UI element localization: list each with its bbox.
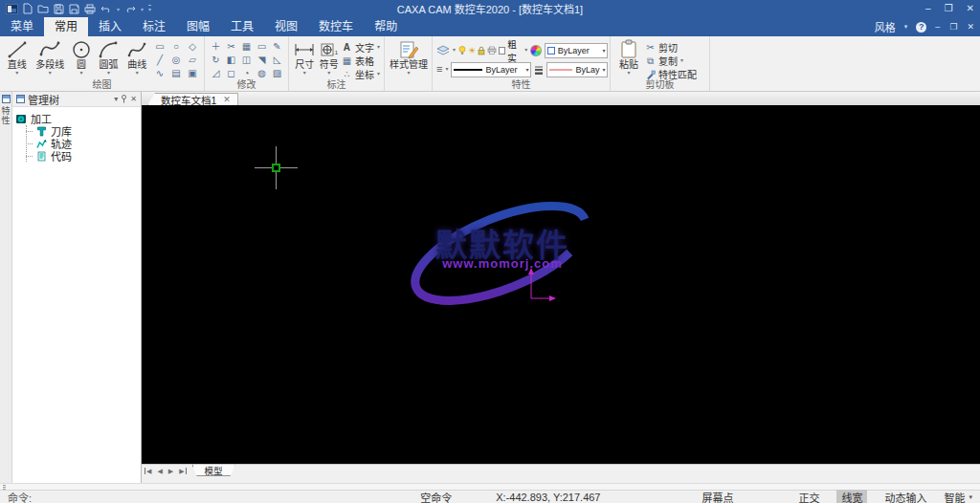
next-sheet-icon[interactable]: ▶ bbox=[167, 468, 175, 474]
layer-manager-icon[interactable] bbox=[436, 45, 450, 56]
tab-close-icon[interactable]: ✕ bbox=[223, 96, 231, 104]
tree-node-toolpath[interactable]: 轨迹 bbox=[27, 138, 138, 149]
properties-vertical-tab[interactable]: 特性 bbox=[0, 106, 12, 125]
arc-dropdown-icon[interactable]: ▾ bbox=[107, 70, 110, 77]
resize-grip-icon[interactable] bbox=[3, 485, 6, 490]
arc-button[interactable]: 圆弧 ▾ bbox=[96, 39, 122, 77]
screen-point-toggle[interactable]: 屏幕点 bbox=[702, 490, 733, 503]
line-button[interactable]: 直线 ▾ bbox=[4, 39, 31, 77]
line-dropdown-icon[interactable]: ▾ bbox=[15, 70, 18, 77]
doc-close-icon[interactable]: ✕ bbox=[967, 22, 974, 32]
model-tab[interactable]: 模型 bbox=[192, 465, 235, 476]
document-tab[interactable]: 数控车文档1 ✕ bbox=[147, 93, 238, 105]
tree-node-tool-library[interactable]: 刀库 bbox=[27, 125, 138, 137]
color-wheel-icon[interactable] bbox=[530, 45, 541, 56]
lineweight-icon[interactable] bbox=[534, 65, 544, 75]
style-switcher[interactable]: 风格 bbox=[875, 19, 896, 34]
formula-curve-icon[interactable]: ∿ bbox=[152, 67, 167, 80]
ortho-toggle[interactable]: 正交 bbox=[798, 490, 819, 503]
tree-node-machining[interactable]: 加工 bbox=[15, 112, 138, 124]
menu-tab-insert[interactable]: 插入 bbox=[88, 17, 132, 36]
circle-dropdown-icon[interactable]: ▾ bbox=[80, 70, 83, 77]
gear-icon[interactable]: ▱ bbox=[185, 54, 200, 67]
fill-icon[interactable]: ▤ bbox=[168, 67, 184, 80]
table-button[interactable]: ▦ 表格 bbox=[342, 55, 380, 67]
array-icon[interactable]: ▦ bbox=[239, 40, 254, 54]
ellipse-icon[interactable]: ○ bbox=[168, 40, 184, 54]
layer-manager-dropdown-icon[interactable]: ▾ bbox=[453, 47, 456, 54]
linetype-manager-icon[interactable]: ≡ bbox=[436, 64, 442, 75]
color-combo[interactable]: ByLayer ▾ bbox=[545, 43, 609, 58]
dimension-dropdown-icon[interactable]: ▾ bbox=[303, 70, 306, 77]
dimension-button[interactable]: 尺寸 ▾ bbox=[293, 39, 316, 77]
linetype-manager-dropdown-icon[interactable]: ▾ bbox=[445, 66, 448, 73]
menu-tab-file[interactable]: 菜单 bbox=[0, 17, 44, 36]
tree-node-code[interactable]: 代码 bbox=[27, 150, 138, 162]
layer-combo[interactable]: ☀ 粗实 ▾ bbox=[458, 37, 527, 64]
polygon-icon[interactable]: ◇ bbox=[185, 40, 200, 54]
text-button[interactable]: A 文字 ▾ bbox=[342, 41, 380, 54]
circle-button[interactable]: 圆 ▾ bbox=[70, 39, 94, 77]
spline-button[interactable]: 曲线 ▾ bbox=[123, 39, 150, 77]
text-dropdown-icon[interactable]: ▾ bbox=[377, 44, 380, 51]
fillet-icon[interactable]: ◿ bbox=[209, 67, 223, 80]
menu-tab-view[interactable]: 视图 bbox=[264, 17, 308, 36]
help-icon[interactable]: ? bbox=[916, 22, 926, 33]
layer-lock-icon[interactable] bbox=[478, 46, 485, 55]
layer-on-icon[interactable] bbox=[458, 46, 466, 55]
layer-print-icon[interactable] bbox=[487, 46, 497, 55]
linetype-combo[interactable]: ByLayer ▾ bbox=[451, 62, 531, 77]
menu-tab-cnc-lathe[interactable]: 数控车 bbox=[308, 17, 364, 36]
layer-color-swatch[interactable] bbox=[499, 47, 505, 55]
block-icon[interactable]: ▣ bbox=[185, 67, 200, 80]
panel-pin-icon[interactable] bbox=[121, 95, 127, 103]
symbol-button[interactable]: .1 符号 ▾ bbox=[318, 39, 340, 77]
rectangle-icon[interactable]: ▭ bbox=[152, 40, 167, 54]
smart-snap-toggle[interactable]: 智能 bbox=[944, 490, 965, 503]
copy-object-icon[interactable]: ▭ bbox=[255, 40, 269, 54]
menu-tab-annotate[interactable]: 标注 bbox=[132, 17, 176, 36]
doc-minimize-icon[interactable]: – bbox=[935, 22, 940, 32]
lineweight-dropdown-icon[interactable]: ▾ bbox=[602, 66, 605, 73]
doc-restore-icon[interactable]: ❐ bbox=[949, 22, 957, 32]
copy-dropdown-icon[interactable]: ▾ bbox=[680, 57, 683, 64]
first-sheet-icon[interactable]: ◀ bbox=[145, 468, 153, 474]
layer-dropdown-icon[interactable]: ▾ bbox=[524, 47, 527, 54]
rotate-icon[interactable]: ↻ bbox=[209, 54, 223, 67]
chamfer-icon[interactable]: ◺ bbox=[270, 54, 284, 67]
style-manager-button[interactable]: 样式管理 ▾ bbox=[389, 39, 429, 77]
linetype-dropdown-icon[interactable]: ▾ bbox=[525, 66, 528, 73]
edit-pencil-icon[interactable]: ✎ bbox=[270, 40, 284, 54]
cut-button[interactable]: ✂ 剪切 bbox=[645, 41, 697, 54]
drawing-canvas[interactable]: 默默软件 www.momorj.com bbox=[142, 105, 980, 464]
polyline-dropdown-icon[interactable]: ▾ bbox=[49, 70, 52, 77]
style-manager-dropdown-icon[interactable]: ▾ bbox=[407, 70, 410, 77]
paste-dropdown-icon[interactable]: ▾ bbox=[627, 70, 630, 77]
menu-tab-sheet[interactable]: 图幅 bbox=[176, 17, 220, 36]
prev-sheet-icon[interactable]: ◀ bbox=[155, 468, 164, 474]
style-dropdown-icon[interactable]: ▾ bbox=[904, 23, 908, 31]
close-icon[interactable]: ✕ bbox=[967, 4, 974, 13]
menu-tab-tools[interactable]: 工具 bbox=[220, 17, 264, 36]
trim-icon[interactable]: ✂ bbox=[224, 40, 238, 54]
last-sheet-icon[interactable]: ▶ bbox=[177, 468, 186, 474]
symbol-dropdown-icon[interactable]: ▾ bbox=[327, 70, 330, 77]
offset-icon[interactable]: ◥ bbox=[255, 54, 269, 67]
minimize-icon[interactable]: – bbox=[925, 4, 931, 13]
restore-icon[interactable]: ❐ bbox=[945, 4, 953, 13]
explode-icon[interactable]: ◍ bbox=[255, 67, 269, 80]
copy-button[interactable]: ⧉ 复制 ▾ bbox=[645, 55, 697, 67]
lineweight-combo[interactable]: ByLay ▾ bbox=[546, 62, 608, 77]
lineweight-toggle[interactable]: 线宽 bbox=[836, 490, 867, 503]
move-icon[interactable]: ＋ bbox=[209, 40, 223, 54]
smart-snap-dropdown-icon[interactable]: ▾ bbox=[969, 493, 972, 501]
dynamic-input-toggle[interactable]: 动态输入 bbox=[884, 490, 926, 503]
panel-close-icon[interactable]: ✕ bbox=[130, 96, 137, 103]
polyline-button[interactable]: 多段线 ▾ bbox=[33, 39, 68, 77]
menu-tab-help[interactable]: 帮助 bbox=[364, 17, 408, 36]
scale-icon[interactable]: ◻ bbox=[224, 67, 238, 80]
mirror-icon[interactable]: ◧ bbox=[224, 54, 238, 67]
break-icon[interactable]: ◔ bbox=[239, 67, 254, 80]
delete-icon[interactable]: ▨ bbox=[270, 67, 284, 80]
coordinate-dropdown-icon[interactable]: ▾ bbox=[377, 71, 380, 77]
